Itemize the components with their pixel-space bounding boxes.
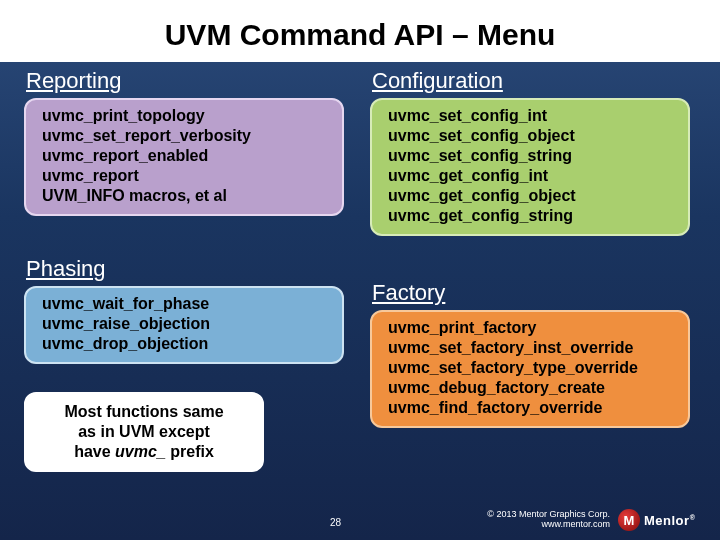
factory-header: Factory [372, 280, 690, 306]
list-item: UVM_INFO macros, et al [42, 186, 328, 206]
list-item: uvmc_print_factory [388, 318, 674, 338]
list-item: uvmc_print_topology [42, 106, 328, 126]
list-item: uvmc_get_config_int [388, 166, 674, 186]
phasing-header: Phasing [26, 256, 344, 282]
logo-text: Menlor® [644, 513, 695, 528]
note-line: as in UVM except [32, 422, 256, 442]
slide-number: 28 [330, 517, 341, 528]
page-title: UVM Command API – Menu [0, 0, 720, 62]
logo-mark-icon: M [618, 509, 640, 531]
phasing-section: Phasing uvmc_wait_for_phase uvmc_raise_o… [24, 250, 344, 364]
list-item: uvmc_raise_objection [42, 314, 328, 334]
factory-section: Factory uvmc_print_factory uvmc_set_fact… [370, 274, 690, 428]
reporting-section: Reporting uvmc_print_topology uvmc_set_r… [24, 62, 344, 216]
reporting-header: Reporting [26, 68, 344, 94]
note-line: have uvmc_ prefix [32, 442, 256, 462]
content-area: Reporting uvmc_print_topology uvmc_set_r… [0, 62, 720, 502]
configuration-section: Configuration uvmc_set_config_int uvmc_s… [370, 62, 690, 236]
list-item: uvmc_set_config_object [388, 126, 674, 146]
list-item: uvmc_get_config_object [388, 186, 674, 206]
phasing-card: uvmc_wait_for_phase uvmc_raise_objection… [24, 286, 344, 364]
copyright: © 2013 Mentor Graphics Corp. www.mentor.… [487, 510, 610, 530]
list-item: uvmc_set_config_int [388, 106, 674, 126]
configuration-card: uvmc_set_config_int uvmc_set_config_obje… [370, 98, 690, 236]
list-item: uvmc_drop_objection [42, 334, 328, 354]
configuration-header: Configuration [372, 68, 690, 94]
note-em: uvmc_ [115, 443, 166, 460]
list-item: uvmc_get_config_string [388, 206, 674, 226]
note-card: Most functions same as in UVM except hav… [24, 392, 264, 472]
list-item: uvmc_report [42, 166, 328, 186]
list-item: uvmc_set_config_string [388, 146, 674, 166]
reporting-card: uvmc_print_topology uvmc_set_report_verb… [24, 98, 344, 216]
copyright-line: www.mentor.com [487, 520, 610, 530]
list-item: uvmc_set_factory_inst_override [388, 338, 674, 358]
factory-card: uvmc_print_factory uvmc_set_factory_inst… [370, 310, 690, 428]
list-item: uvmc_find_factory_override [388, 398, 674, 418]
list-item: uvmc_set_factory_type_override [388, 358, 674, 378]
note-text: have [74, 443, 115, 460]
list-item: uvmc_report_enabled [42, 146, 328, 166]
mentor-logo: M Menlor® [618, 508, 706, 532]
note-section: Most functions same as in UVM except hav… [24, 392, 264, 472]
note-text: prefix [166, 443, 214, 460]
list-item: uvmc_wait_for_phase [42, 294, 328, 314]
note-line: Most functions same [32, 402, 256, 422]
list-item: uvmc_debug_factory_create [388, 378, 674, 398]
footer: 28 © 2013 Mentor Graphics Corp. www.ment… [0, 502, 720, 532]
list-item: uvmc_set_report_verbosity [42, 126, 328, 146]
